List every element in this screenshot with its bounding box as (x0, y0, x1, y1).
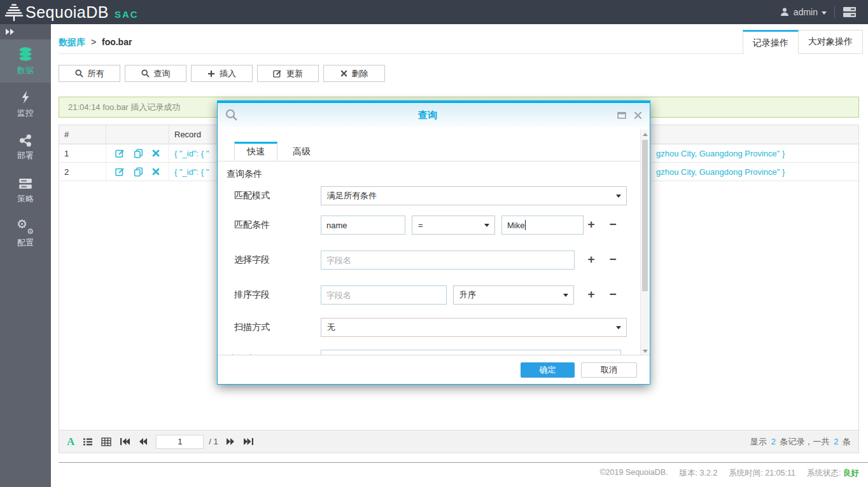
version-text: 版本: 3.2.2 (680, 468, 718, 479)
host-list-icon[interactable] (843, 6, 857, 18)
first-page-button[interactable] (120, 437, 130, 446)
return-count-row: *返回记录数 (218, 350, 640, 355)
servers-icon (18, 177, 32, 190)
add-select-field-button[interactable]: + (585, 250, 597, 270)
row-index: 1 (59, 144, 106, 162)
return-count-input[interactable] (321, 350, 621, 355)
chevron-down-icon[interactable] (822, 11, 827, 15)
close-icon[interactable] (634, 111, 642, 120)
record-json-suffix[interactable]: gzhou City, Guangdong Province" } (656, 144, 785, 162)
sequoia-tree-icon (4, 2, 24, 22)
user-menu[interactable]: admin (794, 7, 818, 17)
grid-view-icon[interactable] (101, 437, 111, 446)
page-number-input[interactable] (156, 435, 204, 449)
dialog-scrollbar[interactable] (640, 130, 649, 356)
query-mode-tabs: 快速 高级 (234, 142, 326, 161)
delete-record-icon[interactable] (152, 168, 160, 175)
condition-operator-select[interactable]: = (412, 216, 495, 235)
cancel-button[interactable]: 取消 (581, 362, 637, 378)
tab-record-operations[interactable]: 记录操作 (743, 30, 799, 54)
delete-button[interactable]: 删除 (323, 65, 385, 82)
search-icon (141, 69, 150, 78)
sequoiadb-sac-app: SequoiaDB SAC admin (0, 0, 868, 487)
sidebar-collapse-button[interactable] (0, 24, 51, 39)
record-toolbar: 所有 查询 插入 更新 删除 (59, 65, 385, 82)
search-icon (75, 69, 83, 78)
tab-lob-operations[interactable]: 大对象操作 (799, 30, 863, 54)
ok-button[interactable]: 确定 (521, 362, 575, 378)
button-label: 删除 (352, 68, 368, 79)
remove-select-field-button[interactable]: − (607, 250, 619, 270)
select-caret-icon (484, 224, 489, 227)
add-condition-button[interactable]: + (585, 216, 597, 235)
tab-advanced[interactable]: 高级 (277, 142, 326, 161)
search-icon (225, 109, 238, 121)
button-label: 更新 (286, 68, 303, 79)
copy-record-icon[interactable] (134, 167, 143, 177)
edit-record-icon[interactable] (115, 149, 125, 158)
gears-icon: ⚙ ⚙ (18, 220, 33, 234)
record-json-suffix[interactable]: gzhou City, Guangdong Province" } (656, 163, 785, 181)
breadcrumb-current: foo.bar (102, 37, 132, 47)
sidebar-item-monitor[interactable]: 监控 (0, 83, 51, 126)
pagination-bar: A / 1 显示 2 条记录，一共 2 条 (59, 430, 858, 453)
page-total: / 1 (209, 437, 218, 446)
prev-page-button[interactable] (139, 437, 148, 446)
delete-record-icon[interactable] (152, 149, 160, 157)
list-view-icon[interactable] (83, 437, 93, 446)
app-logo: SequoiaDB SAC (0, 2, 139, 22)
sidebar-item-label: 策略 (17, 193, 34, 205)
query-dialog-header[interactable]: 查询 (218, 103, 650, 127)
user-icon (780, 7, 790, 17)
font-size-tool[interactable]: A (67, 436, 74, 448)
all-records-button[interactable]: 所有 (59, 65, 120, 82)
select-fields-row: 选择字段 + − (218, 250, 640, 270)
sort-order-select[interactable]: 升序 (453, 285, 574, 305)
lightning-icon (19, 90, 32, 104)
database-icon (18, 46, 33, 62)
row-index: 2 (59, 163, 106, 181)
summary-count: 2 (771, 437, 776, 446)
add-sort-field-button[interactable]: + (585, 285, 597, 305)
edit-record-icon[interactable] (115, 167, 125, 176)
row-actions (106, 163, 169, 181)
maximize-icon[interactable] (617, 112, 626, 119)
sidebar-item-deploy[interactable]: 部署 (0, 126, 51, 169)
sidebar: 数据 监控 (0, 24, 51, 487)
status-footer: ©2019 SequoiaDB. 版本: 3.2.2 系统时间: 21:05:1… (599, 468, 859, 479)
sidebar-item-data[interactable]: 数据 (0, 39, 51, 83)
insert-button[interactable]: 插入 (191, 65, 253, 82)
scan-mode-select[interactable]: 无 (321, 318, 627, 337)
sort-fields-label: 排序字段 (234, 289, 270, 301)
breadcrumb-database-link[interactable]: 数据库 (59, 37, 85, 47)
next-page-button[interactable] (226, 437, 235, 446)
last-page-button[interactable] (243, 437, 254, 446)
button-label: 插入 (220, 68, 236, 79)
scroll-up-icon[interactable] (643, 133, 648, 136)
condition-value-input[interactable]: Mike (501, 216, 584, 235)
scroll-down-icon[interactable] (643, 350, 648, 353)
summary-text: 显示 (750, 437, 769, 446)
copy-record-icon[interactable] (134, 149, 143, 158)
button-label: 所有 (88, 68, 104, 79)
button-label: 查询 (154, 68, 171, 79)
select-field-input[interactable] (321, 250, 575, 270)
top-bar-divider (834, 6, 835, 18)
sidebar-item-config[interactable]: ⚙ ⚙ 配置 (0, 212, 51, 256)
tab-quick[interactable]: 快速 (234, 142, 277, 161)
remove-condition-button[interactable]: − (607, 216, 619, 235)
query-condition-section-label: 查询条件 (227, 168, 262, 180)
update-button[interactable]: 更新 (257, 65, 319, 82)
sort-fields-row: 排序字段 升序 + − (218, 285, 640, 305)
query-button[interactable]: 查询 (125, 65, 186, 82)
scrollbar-thumb[interactable] (642, 140, 648, 291)
text-cursor (525, 220, 526, 230)
match-mode-row: 匹配模式 满足所有条件 (218, 186, 640, 205)
remove-sort-field-button[interactable]: − (607, 285, 619, 305)
condition-field-input[interactable] (321, 216, 405, 235)
sort-field-input[interactable] (321, 285, 447, 305)
sort-order-value: 升序 (459, 289, 476, 301)
match-mode-select[interactable]: 满足所有条件 (321, 186, 627, 205)
sidebar-item-strategy[interactable]: 策略 (0, 169, 51, 212)
sidebar-item-label: 数据 (17, 65, 34, 76)
